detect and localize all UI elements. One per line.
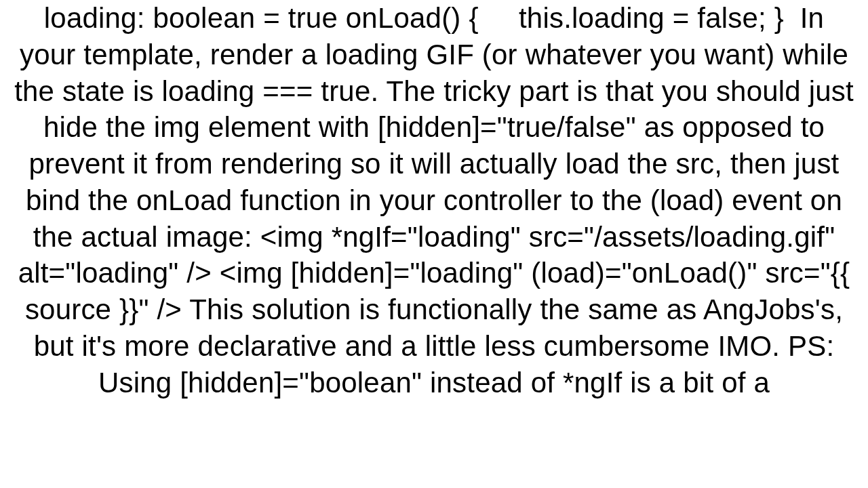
document-page: loading: boolean = true onLoad() { this.… bbox=[0, 0, 868, 488]
document-body-text: loading: boolean = true onLoad() { this.… bbox=[14, 0, 854, 401]
